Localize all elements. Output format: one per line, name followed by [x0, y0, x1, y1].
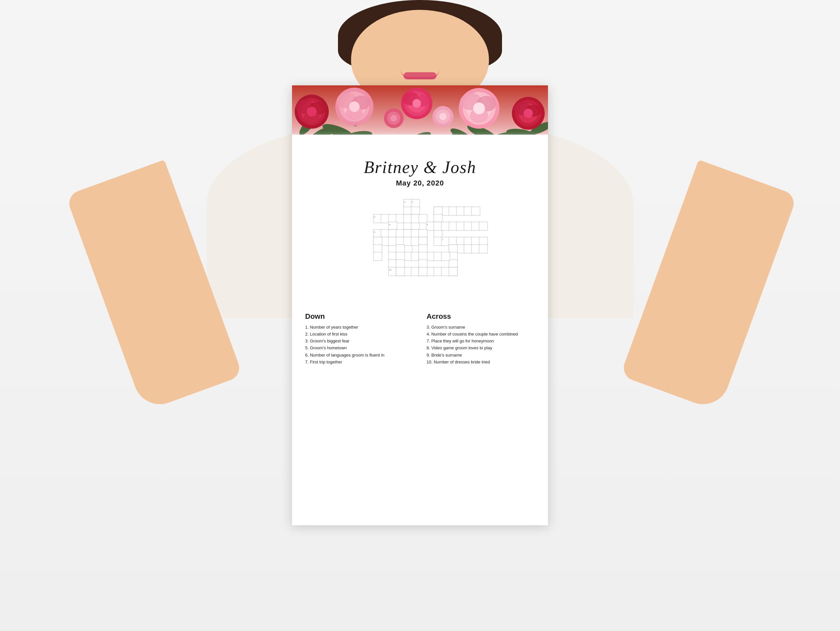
svg-rect-112 [411, 229, 420, 238]
svg-rect-66 [411, 207, 420, 215]
clue-down-1: 1. Number of years together [305, 324, 414, 331]
clue-down-5: 5. Groom's hometown [305, 345, 414, 351]
svg-rect-88 [434, 229, 442, 238]
svg-rect-95 [456, 222, 465, 231]
svg-rect-127 [472, 237, 480, 245]
title-section: Britney & Josh May 20, 2020 [292, 151, 548, 190]
crossword-area: .cell { fill: white; stroke: #aaa; strok… [292, 190, 548, 304]
svg-rect-97 [472, 222, 480, 231]
clue-down-6: 6. Number of languages groom is fluent i… [305, 352, 414, 359]
svg-rect-149 [441, 252, 450, 261]
svg-rect-120 [411, 237, 420, 245]
card: Britney & Josh May 20, 2020 .cell { fill… [292, 85, 548, 525]
svg-rect-58 [404, 207, 412, 215]
svg-point-28 [349, 101, 360, 112]
svg-rect-136 [472, 245, 480, 253]
svg-rect-130 [373, 245, 382, 253]
svg-rect-158 [441, 267, 450, 276]
svg-rect-96 [464, 222, 472, 231]
svg-text:10: 10 [389, 269, 392, 271]
svg-rect-98 [479, 222, 488, 231]
svg-rect-117 [388, 237, 397, 245]
svg-rect-84 [472, 207, 480, 215]
svg-rect-104 [388, 252, 397, 261]
svg-rect-109 [388, 229, 397, 238]
svg-rect-94 [449, 222, 458, 231]
svg-point-50 [390, 115, 397, 122]
svg-rect-64 [411, 199, 420, 208]
svg-rect-99 [388, 222, 397, 231]
clue-down-7: 7. First trip together [305, 359, 414, 365]
svg-rect-167 [396, 260, 404, 268]
svg-rect-140 [449, 260, 458, 268]
svg-rect-73 [388, 214, 397, 223]
svg-rect-55 [292, 134, 548, 151]
svg-rect-131 [373, 252, 382, 261]
clue-down-2: 2. Location of first kiss [305, 331, 414, 337]
svg-rect-164 [419, 267, 427, 276]
down-clues-column: Down 1. Number of years together 2. Loca… [305, 312, 414, 366]
svg-rect-75 [404, 214, 412, 223]
svg-rect-83 [464, 207, 472, 215]
clues-section: Down 1. Number of years together 2. Loca… [292, 304, 548, 376]
svg-rect-56 [404, 199, 412, 208]
svg-rect-137 [479, 245, 488, 253]
svg-rect-90 [426, 222, 435, 231]
svg-rect-81 [449, 207, 458, 215]
svg-point-41 [473, 103, 485, 114]
svg-point-34 [412, 99, 421, 108]
svg-rect-128 [479, 237, 488, 245]
svg-rect-80 [441, 207, 450, 215]
svg-rect-148 [434, 252, 442, 261]
clue-across-3: 3. Groom's surname [426, 324, 535, 331]
svg-rect-135 [464, 245, 472, 253]
svg-rect-92 [434, 222, 442, 231]
svg-rect-138 [449, 245, 458, 253]
scene: Britney & Josh May 20, 2020 .cell { fill… [0, 0, 840, 631]
svg-rect-134 [456, 245, 465, 253]
wedding-date: May 20, 2020 [292, 179, 548, 187]
across-clues-column: Across 3. Groom's surname 4. Number of c… [426, 312, 535, 366]
svg-rect-60 [404, 222, 412, 231]
svg-rect-82 [456, 207, 465, 215]
svg-rect-116 [381, 237, 390, 245]
svg-rect-93 [441, 222, 450, 231]
svg-rect-161 [419, 245, 427, 253]
svg-rect-126 [464, 237, 472, 245]
svg-rect-68 [411, 222, 420, 231]
svg-rect-89 [434, 237, 442, 245]
svg-rect-105 [388, 260, 397, 268]
svg-rect-124 [449, 237, 458, 245]
svg-rect-77 [419, 214, 427, 223]
svg-rect-157 [434, 267, 442, 276]
clue-across-10: 10. Number of dresses bride tried [426, 359, 535, 365]
svg-rect-144 [404, 252, 412, 261]
svg-rect-108 [381, 229, 390, 238]
svg-rect-63 [404, 245, 412, 253]
svg-rect-129 [373, 237, 382, 245]
svg-rect-153 [404, 267, 412, 276]
svg-rect-139 [449, 252, 458, 261]
svg-rect-103 [388, 245, 397, 253]
clue-across-4: 4. Number of cousins the couple have com… [426, 331, 535, 337]
svg-point-47 [524, 109, 533, 118]
svg-rect-74 [396, 214, 404, 223]
svg-rect-86 [434, 214, 442, 223]
svg-rect-76 [411, 214, 420, 223]
svg-rect-118 [396, 237, 404, 245]
svg-rect-150 [388, 267, 397, 276]
svg-rect-113 [419, 229, 427, 238]
clue-down-3: 3. Groom's biggest fear [305, 338, 414, 345]
svg-rect-154 [411, 267, 420, 276]
svg-rect-159 [449, 267, 458, 276]
svg-point-53 [439, 113, 447, 120]
svg-point-21 [307, 107, 317, 117]
svg-rect-125 [456, 237, 465, 245]
svg-rect-70 [373, 214, 382, 223]
svg-rect-111 [404, 229, 412, 238]
svg-rect-162 [419, 252, 427, 261]
svg-rect-147 [426, 252, 435, 261]
couple-name: Britney & Josh [292, 158, 548, 177]
clue-across-7: 7. Place they will go for honeymoon [426, 338, 535, 345]
svg-rect-156 [426, 267, 435, 276]
